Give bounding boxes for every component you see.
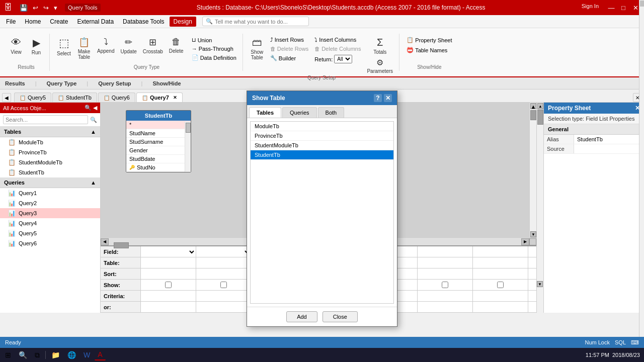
dialog-question-btn[interactable]: ? xyxy=(374,94,382,102)
dialog-item-studentmoduletb[interactable]: StudentModuleTb xyxy=(251,141,393,150)
dialog-item-moduletb[interactable]: ModuleTb xyxy=(251,122,393,131)
dialog-table-list: ModuleTb ProvinceTb StudentModuleTb Stud… xyxy=(250,121,394,304)
dialog-btns: ? ✕ xyxy=(374,94,392,102)
dialog-tab-queries[interactable]: Queries xyxy=(282,107,317,118)
dialog-buttons: Add Close xyxy=(247,307,397,326)
dialog-close-btn[interactable]: ✕ xyxy=(384,94,392,102)
dialog-title-text: Show Table xyxy=(252,95,285,102)
show-table-overlay: Show Table ? ✕ Tables Queries Both Modul… xyxy=(0,0,644,362)
show-table-dialog: Show Table ? ✕ Tables Queries Both Modul… xyxy=(247,90,397,327)
dialog-add-btn[interactable]: Add xyxy=(286,311,317,322)
dialog-tab-tables[interactable]: Tables xyxy=(249,107,281,118)
dialog-tab-both[interactable]: Both xyxy=(318,107,345,118)
dialog-close-bottom-btn[interactable]: Close xyxy=(323,311,358,322)
dialog-title: Show Table ? ✕ xyxy=(247,91,397,105)
dialog-item-provincetb[interactable]: ProvinceTb xyxy=(251,131,393,141)
dialog-item-studenttb[interactable]: StudentTb xyxy=(251,150,393,160)
dialog-tabs: Tables Queries Both xyxy=(247,105,397,118)
